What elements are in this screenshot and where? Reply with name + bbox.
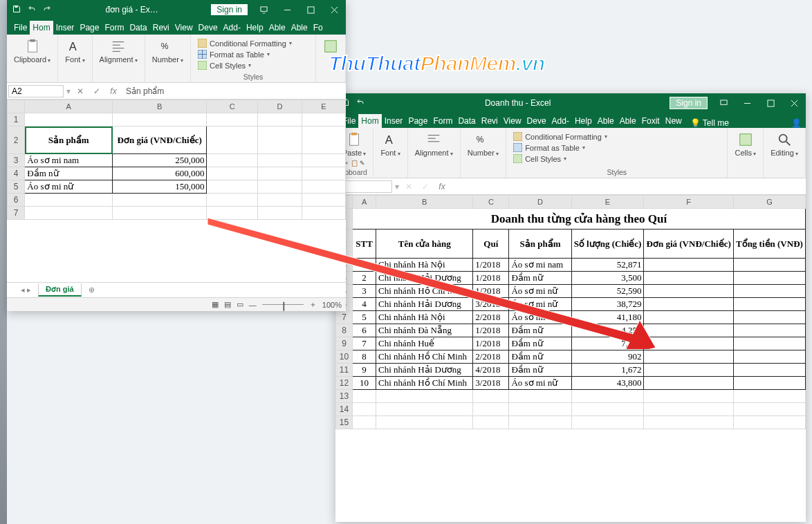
- tab-hom[interactable]: Hom: [358, 114, 381, 128]
- tab-add-[interactable]: Add-: [221, 21, 243, 35]
- tab-page[interactable]: Page: [77, 21, 102, 35]
- signin-button[interactable]: Sign in: [211, 4, 248, 15]
- conditional-formatting-button[interactable]: Conditional Formatting: [513, 132, 607, 141]
- col-header[interactable]: D: [258, 100, 302, 113]
- close-icon[interactable]: [782, 93, 806, 113]
- tab-fo[interactable]: Fo: [311, 21, 326, 35]
- ribbon-options-icon[interactable]: [252, 0, 275, 19]
- close-icon[interactable]: [322, 0, 346, 19]
- cancel-fx-icon[interactable]: ✕: [72, 84, 89, 98]
- sheet-tab-dongia[interactable]: Đơn giá: [38, 283, 82, 297]
- clipboard-button[interactable]: Clipboard: [11, 37, 53, 65]
- cells-button[interactable]: Cells: [732, 131, 759, 158]
- col-header[interactable]: B: [376, 196, 473, 209]
- fx-icon[interactable]: fx: [105, 84, 122, 98]
- tab-revi[interactable]: Revi: [479, 114, 501, 128]
- formula-input[interactable]: Sản phẩm: [122, 86, 346, 97]
- col-header[interactable]: E: [302, 100, 345, 113]
- maximize-icon[interactable]: [299, 0, 322, 19]
- enter-fx-icon[interactable]: ✓: [89, 84, 105, 98]
- tab-help[interactable]: Help: [572, 114, 595, 128]
- titlebar[interactable]: Doanh thu - Excel Sign in: [335, 93, 806, 113]
- view-normal-icon[interactable]: ▦: [212, 300, 219, 309]
- number-button[interactable]: %Number: [149, 37, 186, 65]
- cell-styles-button[interactable]: Cell Styles: [198, 61, 251, 70]
- formula-input[interactable]: [450, 186, 806, 187]
- tab-inser[interactable]: Inser: [382, 114, 406, 128]
- tab-help[interactable]: Help: [243, 21, 266, 35]
- save-icon[interactable]: [12, 5, 21, 15]
- svg-rect-19: [198, 61, 207, 70]
- tab-inser[interactable]: Inser: [53, 21, 77, 35]
- tab-new[interactable]: New: [663, 114, 685, 128]
- ribbon: Clipboard AFont Alignment %Number Condit…: [7, 35, 346, 83]
- tab-able[interactable]: Able: [288, 21, 311, 35]
- row-header[interactable]: 1: [8, 113, 25, 127]
- undo-icon[interactable]: [356, 98, 365, 109]
- font-button[interactable]: AFont: [378, 131, 403, 158]
- titlebar[interactable]: đơn giá - Ex… Sign in: [7, 0, 346, 19]
- tab-file[interactable]: File: [11, 21, 30, 35]
- tab-view[interactable]: View: [501, 114, 524, 128]
- redo-icon[interactable]: [43, 5, 51, 15]
- tellme[interactable]: 💡 Tell me: [690, 118, 729, 128]
- tab-able[interactable]: Able: [595, 114, 617, 128]
- number-button[interactable]: %Number: [465, 131, 501, 158]
- add-sheet-icon[interactable]: ⊕: [83, 284, 100, 296]
- col-header[interactable]: G: [733, 196, 805, 209]
- zoom-level[interactable]: 100%: [322, 301, 342, 309]
- conditional-formatting-button[interactable]: Conditional Formatting: [198, 39, 292, 48]
- tab-page[interactable]: Page: [405, 114, 430, 128]
- fx-icon[interactable]: fx: [434, 180, 450, 194]
- alignment-button[interactable]: Alignment: [97, 37, 140, 65]
- svg-rect-4: [307, 6, 313, 12]
- tab-data[interactable]: Data: [127, 21, 149, 35]
- tab-deve[interactable]: Deve: [196, 21, 221, 35]
- ribbon-tabs: FileHomInserPageFormDataReviViewDeveAdd-…: [335, 113, 806, 128]
- tab-add-[interactable]: Add-: [549, 114, 572, 128]
- tab-revi[interactable]: Revi: [150, 21, 172, 35]
- minimize-icon[interactable]: [275, 0, 299, 19]
- tab-view[interactable]: View: [172, 21, 196, 35]
- tab-form[interactable]: Form: [102, 21, 127, 35]
- editing-button[interactable]: Editing: [768, 131, 801, 158]
- maximize-icon[interactable]: [759, 93, 782, 113]
- col-header[interactable]: F: [644, 196, 733, 209]
- tab-form[interactable]: Form: [430, 114, 455, 128]
- view-break-icon[interactable]: ▭: [237, 300, 243, 309]
- svg-rect-36: [513, 154, 522, 163]
- ribbon: Paste✂ 📋 ✎lipboard AFont Alignment %Numb…: [335, 128, 806, 178]
- col-header[interactable]: A: [353, 196, 376, 209]
- tab-deve[interactable]: Deve: [524, 114, 549, 128]
- col-header[interactable]: B: [113, 100, 207, 113]
- tab-foxit[interactable]: Foxit: [639, 114, 663, 128]
- spreadsheet-grid[interactable]: ABCDEFGDoanh thu từng cửa hàng theo Quí2…: [335, 195, 806, 522]
- decorative-left-strip: [0, 0, 7, 524]
- tab-data[interactable]: Data: [455, 114, 478, 128]
- ribbon-options-icon[interactable]: [712, 93, 735, 113]
- name-box[interactable]: [8, 85, 64, 97]
- format-as-table-button[interactable]: Format as Table: [198, 50, 270, 59]
- view-page-icon[interactable]: ▤: [224, 300, 231, 309]
- signin-button[interactable]: Sign in: [670, 97, 708, 109]
- excel-window-doanhthu: Doanh thu - Excel Sign in FileHomInserPa…: [335, 93, 806, 522]
- cell-styles-button[interactable]: Cell Styles: [513, 154, 566, 163]
- font-button[interactable]: AFont: [62, 37, 87, 65]
- undo-icon[interactable]: [28, 5, 36, 15]
- spreadsheet-grid[interactable]: ABCDE12Sản phẩmĐơn giá (VNĐ/Chiếc)3Áo sơ…: [7, 100, 346, 282]
- col-header[interactable]: D: [509, 196, 571, 209]
- format-as-table-button[interactable]: Format as Table: [513, 143, 585, 152]
- col-header[interactable]: C: [473, 196, 509, 209]
- col-header[interactable]: C: [207, 100, 258, 113]
- formula-bar: ▾ ✕ ✓ fx Sản phẩm: [7, 83, 346, 100]
- tab-able[interactable]: Able: [617, 114, 639, 128]
- cells-button[interactable]: [320, 37, 341, 55]
- tab-able[interactable]: Able: [266, 21, 288, 35]
- minimize-icon[interactable]: [735, 93, 759, 113]
- tab-hom[interactable]: Hom: [30, 21, 53, 35]
- window-title: Doanh thu - Excel: [370, 98, 665, 108]
- col-header[interactable]: A: [25, 100, 113, 113]
- alignment-button[interactable]: Alignment: [412, 131, 456, 158]
- col-header[interactable]: E: [571, 196, 644, 209]
- share-icon[interactable]: 👤: [791, 118, 802, 128]
